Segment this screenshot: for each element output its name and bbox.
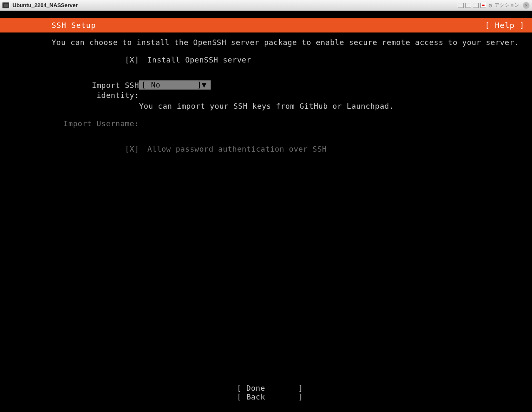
done-button[interactable]: [ Done ]	[237, 384, 295, 392]
install-openssh-row[interactable]: [X] Install OpenSSH server	[0, 55, 532, 65]
import-identity-value: o	[156, 80, 160, 89]
vm-titlebar: Ubuntu_2204_NASServer ⚙ アクション ✕	[0, 0, 532, 11]
page-title: SSH Setup	[52, 21, 485, 30]
installer-header: SSH Setup [ Help ]	[0, 18, 532, 32]
allow-password-label: Allow password authentication over SSH	[139, 144, 327, 154]
import-username-label: Import Username:	[52, 119, 139, 129]
vm-window-title: Ubuntu_2204_NASServer	[12, 2, 458, 8]
allow-password-checkbox: [X]	[52, 144, 139, 154]
close-icon[interactable]: ✕	[523, 2, 530, 9]
import-identity-dropdown[interactable]: [ No▼ ]	[139, 80, 211, 90]
gear-icon[interactable]: ⚙	[489, 2, 492, 9]
install-openssh-checkbox[interactable]: [X]	[52, 55, 139, 65]
vm-titlebar-controls: ⚙ アクション ✕	[458, 2, 530, 9]
vm-record-icon[interactable]	[480, 3, 486, 8]
monitor-icon	[2, 2, 9, 8]
installer-body: You can choose to install the OpenSSH se…	[0, 32, 532, 154]
allow-password-row: [X] Allow password authentication over S…	[0, 144, 532, 154]
vm-status-icon-3[interactable]	[473, 3, 479, 8]
footer-buttons: [ Done ] [ Back ]	[0, 384, 532, 401]
import-identity-label: Import SSH identity:	[52, 80, 139, 101]
black-strip	[0, 11, 532, 18]
import-identity-hint: You can import your SSH keys from GitHub…	[0, 101, 532, 111]
back-button[interactable]: [ Back ]	[237, 392, 295, 401]
description-text: You can choose to install the OpenSSH se…	[0, 37, 532, 47]
install-openssh-label: Install OpenSSH server	[139, 55, 251, 65]
vm-status-icon-1[interactable]	[458, 3, 464, 8]
import-identity-row: Import SSH identity: [ No▼ ]	[0, 80, 532, 101]
vm-status-icon-2[interactable]	[465, 3, 471, 8]
import-username-row: Import Username:	[0, 119, 532, 129]
chevron-down-icon: ▼	[202, 80, 206, 90]
help-button[interactable]: [ Help ]	[485, 21, 525, 30]
vm-action-menu[interactable]: アクション	[495, 2, 520, 9]
